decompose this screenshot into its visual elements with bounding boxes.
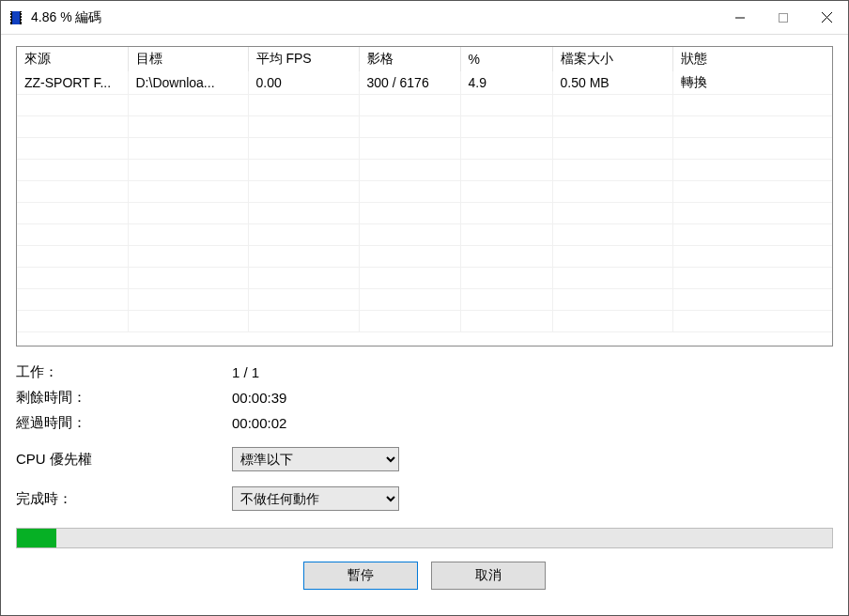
table-row <box>17 246 832 268</box>
minimize-button[interactable] <box>718 1 762 35</box>
col-filesize[interactable]: 檔案大小 <box>552 47 672 71</box>
cell-filesize: 0.50 MB <box>552 71 672 95</box>
svg-rect-6 <box>10 21 11 22</box>
when-done-label: 完成時： <box>16 490 232 508</box>
table-row <box>17 224 832 246</box>
svg-rect-12 <box>780 13 788 22</box>
progress-bar <box>16 528 833 548</box>
svg-rect-5 <box>10 18 11 19</box>
window-title: 4.86 % 編碼 <box>31 9 718 26</box>
remaining-label: 剩餘時間： <box>16 389 232 407</box>
priority-label: CPU 優先權 <box>16 451 232 469</box>
job-label: 工作： <box>16 363 232 381</box>
table-row <box>17 116 832 138</box>
content-area: 來源 目標 平均 FPS 影格 % 檔案大小 狀態 ZZ-SPORT F... … <box>1 35 848 615</box>
jobs-table: 來源 目標 平均 FPS 影格 % 檔案大小 狀態 ZZ-SPORT F... … <box>16 46 833 346</box>
col-frames[interactable]: 影格 <box>359 47 460 71</box>
table-row <box>17 268 832 289</box>
col-source[interactable]: 來源 <box>17 47 128 71</box>
table-row <box>17 311 832 332</box>
table-row <box>17 203 832 224</box>
table-row <box>17 95 832 116</box>
svg-rect-4 <box>10 15 11 16</box>
table-row <box>17 181 832 203</box>
maximize-button <box>762 1 805 35</box>
cancel-button[interactable]: 取消 <box>431 562 546 590</box>
table-row <box>17 289 832 311</box>
svg-rect-10 <box>21 21 22 22</box>
info-panel: 工作： 1 / 1 剩餘時間： 00:00:39 經過時間： 00:00:02 … <box>16 363 833 511</box>
job-value: 1 / 1 <box>232 364 833 380</box>
progress-fill <box>17 529 56 547</box>
pause-button[interactable]: 暫停 <box>303 562 418 590</box>
col-fps[interactable]: 平均 FPS <box>248 47 359 71</box>
cell-fps: 0.00 <box>248 71 359 95</box>
col-target[interactable]: 目標 <box>128 47 248 71</box>
cell-source: ZZ-SPORT F... <box>17 71 128 95</box>
col-status[interactable]: 狀態 <box>672 47 832 71</box>
svg-rect-7 <box>21 12 22 13</box>
remaining-value: 00:00:39 <box>232 390 833 406</box>
when-done-select[interactable]: 不做任何動作 <box>232 486 399 511</box>
cell-frames: 300 / 6176 <box>359 71 460 95</box>
close-button[interactable] <box>805 1 848 35</box>
svg-rect-9 <box>21 18 22 19</box>
cell-percent: 4.9 <box>460 71 552 95</box>
app-icon <box>8 10 23 25</box>
elapsed-value: 00:00:02 <box>232 415 833 431</box>
table-row[interactable]: ZZ-SPORT F... D:\Downloa... 0.00 300 / 6… <box>17 71 832 95</box>
elapsed-label: 經過時間： <box>16 414 232 432</box>
table-row <box>17 138 832 160</box>
button-row: 暫停 取消 <box>16 562 833 590</box>
table-header-row: 來源 目標 平均 FPS 影格 % 檔案大小 狀態 <box>17 47 832 71</box>
svg-rect-3 <box>10 12 11 13</box>
table-row <box>17 160 832 181</box>
svg-rect-8 <box>21 15 22 16</box>
cell-target: D:\Downloa... <box>128 71 248 95</box>
titlebar: 4.86 % 編碼 <box>1 1 848 35</box>
priority-select[interactable]: 標準以下 <box>232 447 399 471</box>
cell-status: 轉換 <box>672 71 832 95</box>
col-percent[interactable]: % <box>460 47 552 71</box>
